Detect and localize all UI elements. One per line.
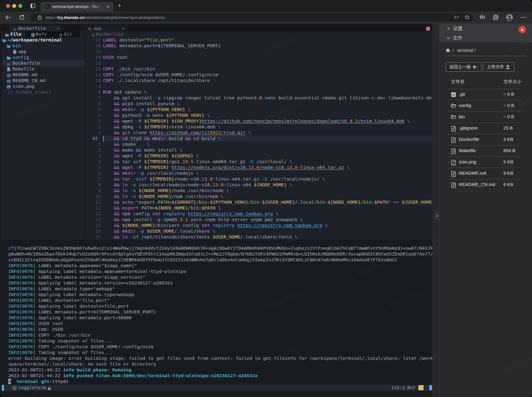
read-aloud-icon[interactable]: A: [453, 14, 459, 20]
buffer-tab-app[interactable]: app ✕: [85, 26, 127, 31]
file-row--gitignore[interactable]: .gitignore23 B: [449, 123, 521, 134]
settings-menu-icon[interactable]: [520, 14, 527, 21]
tree-item-bin[interactable]: bin: [2, 43, 85, 49]
tree-item-makefile[interactable]: Makefile: [2, 66, 85, 72]
editor-pane[interactable]: 1716151413121110987654321421234567891011…: [85, 37, 432, 240]
tab-close-icon[interactable]: ✕: [106, 5, 110, 9]
ide-terminal-app[interactable]: Dockerfile ✕ app ✕ ✕ FileBufsGit Dockerf…: [2, 26, 432, 391]
code-line: LABEL devtools="file,port": [103, 37, 431, 43]
code-line: && echo "export PATH=${GOROOT}/bin:${PYT…: [103, 199, 431, 205]
line-number: 14: [85, 217, 101, 223]
code-line: LABEL metadata.port=${TERMINAL_SERVER_PO…: [103, 43, 431, 49]
code-line: && make && make install \: [103, 147, 431, 153]
terminal-line: INFO[0076] LABEL metadata.port=${TERMINA…: [8, 309, 156, 315]
bufferline: Dockerfile ✕ app ✕ ✕: [2, 26, 432, 31]
terminal-line: ➜ terminal git:(ttyd): [8, 379, 69, 384]
line-number: 9: [85, 188, 101, 194]
line-number: 13: [85, 60, 101, 66]
new-tab-button[interactable]: +: [116, 3, 122, 9]
back-icon[interactable]: [5, 14, 12, 21]
line-number: 5: [85, 165, 101, 170]
bufferline-close-icon[interactable]: ✕: [426, 27, 430, 31]
collections-icon[interactable]: [492, 14, 499, 21]
file-row-bin[interactable]: bin~ 0 B: [449, 112, 521, 123]
tree-item-readme-md[interactable]: README.md: [2, 72, 85, 78]
tree-item--workspace-terminal[interactable]: ~/workspace/terminal: [2, 37, 85, 43]
user-avatar[interactable]: a: [519, 26, 526, 33]
lock-icon[interactable]: [37, 15, 43, 20]
tree-item--2-hidden-items-[interactable]: (2 hidden items): [2, 89, 85, 95]
file-row--git[interactable]: git.git~ 0 B: [449, 89, 521, 100]
statusline-buffer-name: toggleterm: [18, 385, 46, 391]
tree-item-config[interactable]: config: [2, 55, 85, 60]
reload-icon[interactable]: [19, 14, 25, 21]
line-number: 8: [85, 89, 101, 95]
code-line: COPY ./bin /usr/bin: [103, 66, 431, 72]
terminal-line: g8aNOh+Mc1OGoZkpofOxkJ4Up7vU2oUQ9r5PscAY…: [8, 251, 432, 257]
window-zoom-button[interactable]: [18, 4, 22, 8]
code-line: && mkdir -p /usr/local/nodejs \: [103, 170, 431, 176]
line-number: 12: [85, 66, 101, 72]
line-number: 3: [85, 118, 101, 124]
tree-item-icon-png[interactable]: icon.png: [2, 84, 85, 89]
file-tree: ~/workspace/terminalbin└appconfigDockerf…: [2, 37, 85, 240]
terminal-line: error building image: error building sta…: [8, 356, 432, 361]
buffer-tab-dockerfile[interactable]: Dockerfile ✕: [9, 26, 62, 31]
code-line: && cd ttyd && mkdir build && cd build \: [103, 136, 431, 141]
column-header-filename: [451, 79, 465, 85]
url-bar[interactable]: https://try.titanide.cn/ide/web/coding/t…: [30, 13, 473, 22]
browser-tab[interactable]: >_ terminal-ttyd-wlotnipo - TitanI ✕: [41, 2, 113, 12]
statusline-cursor-position: 122:1: [391, 385, 405, 391]
favorites-icon[interactable]: [479, 14, 486, 21]
explorer-tab-git[interactable]: Git: [53, 31, 80, 37]
browser-titlebar: >_ terminal-ttyd-wlotnipo - TitanI ✕ +: [0, 0, 532, 12]
winbar-filename: Dockerfile: [96, 31, 123, 37]
upload-icon: [505, 65, 510, 69]
line-number: 3: [85, 153, 101, 159]
upload-file-button[interactable]: [483, 62, 514, 72]
file-row-readme-cn-md[interactable]: README_CN.md6 KB: [449, 179, 521, 191]
tree-item-dockerfile[interactable]: Dockerfile: [2, 60, 85, 66]
tree-item-app[interactable]: └app: [2, 49, 85, 55]
profile-avatar-icon[interactable]: [506, 14, 513, 21]
file-row-config[interactable]: config~ 0 B: [449, 100, 521, 112]
arrow-left-icon: [473, 65, 477, 69]
window-minimize-button[interactable]: [12, 4, 16, 8]
chevron-right-icon: [446, 26, 450, 30]
browser-window: >_ terminal-ttyd-wlotnipo - TitanI ✕ + h…: [0, 0, 532, 397]
statusline-mode-bar: [2, 385, 4, 391]
line-number: 2: [85, 147, 101, 153]
file-lines-icon: [31, 33, 35, 36]
git-diamond-icon: [59, 33, 63, 36]
file-row-dockerfile[interactable]: Dockerfile3 KB: [449, 134, 521, 145]
file-o-icon: [451, 137, 456, 142]
file-row-readme-md[interactable]: README.md9 KB: [449, 168, 521, 179]
terminal-pane[interactable]: /fj7CcwoCW7ZXBc3snKxZNYHpbh7uhwOvx2lsi4W…: [2, 240, 432, 385]
breadcrumb-directory[interactable]: terminal /: [457, 47, 476, 53]
tab-overview-icon[interactable]: [30, 3, 35, 8]
home-icon[interactable]: [445, 48, 450, 53]
statusline: toggleterm 122:1 Bot: [2, 385, 432, 391]
buffer-close-icon[interactable]: ✕: [57, 26, 59, 31]
code-line: && npm install -g npm@9.3.1 yarn cnpm ht…: [103, 217, 431, 223]
file-o-icon: [451, 148, 456, 154]
file-row-icon-png[interactable]: icon.png5 KB: [449, 157, 521, 168]
drawer-collapse-handle[interactable]: [434, 211, 440, 220]
explorer-tab-bufs[interactable]: Bufs: [26, 31, 53, 37]
section-files[interactable]: [440, 33, 532, 42]
tree-item-readme-cn-md[interactable]: README_CN.md: [2, 78, 85, 84]
lock-icon: [48, 386, 51, 390]
section-settings[interactable]: [440, 24, 532, 33]
tab-favicon-icon: >_: [45, 4, 50, 9]
go-parent-directory-button[interactable]: [445, 62, 481, 72]
terminal-line: INFO[0076] Applying label metadata.port=…: [8, 315, 132, 321]
file-row-makefile[interactable]: Makefile858 B: [449, 145, 521, 157]
code-line: && export PATH=${NODE_HOME}/bin:$PATH \: [103, 205, 431, 211]
buffer-close-icon[interactable]: ✕: [122, 26, 124, 31]
explorer-tab-file[interactable]: File: [2, 31, 26, 37]
window-close-button[interactable]: [6, 4, 10, 8]
add-favorite-icon[interactable]: [464, 14, 470, 20]
code-line: && pip3 install pynvim \: [103, 101, 431, 107]
line-number: 14: [85, 55, 101, 60]
url-text: https://try.titanide.cn/ide/web/coding/t…: [45, 13, 165, 22]
